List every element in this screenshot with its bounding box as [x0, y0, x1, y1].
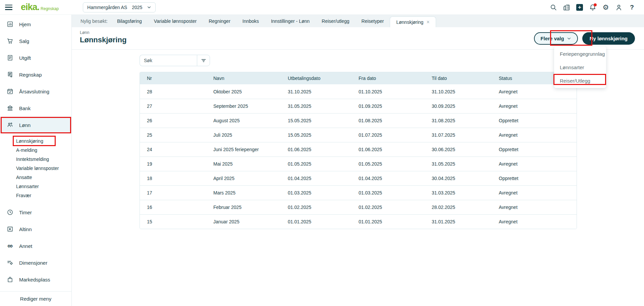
- table-row[interactable]: 25 Juli 2025 15.05.2025 01.07.2025 31.07…: [140, 128, 577, 142]
- dropdown-item-reiser-utlegg[interactable]: Reiser/Utlegg: [554, 74, 606, 87]
- search-input[interactable]: [144, 58, 194, 63]
- search-box: [140, 55, 197, 66]
- cell-til-dato: 30.04.2025: [425, 176, 492, 181]
- page-title: Lønnskjøring: [80, 36, 126, 44]
- column-header-nr[interactable]: Nr: [140, 76, 206, 81]
- submenu-item-ansatte[interactable]: Ansatte: [0, 173, 71, 182]
- sidebar-item-annet[interactable]: ∞ Annet: [0, 237, 71, 254]
- cell-fra-dato: 01.08.2025: [352, 118, 425, 123]
- sidebar-item-markedsplass[interactable]: Markedsplass: [0, 271, 71, 288]
- sidebar-item-bank[interactable]: Bank: [0, 100, 71, 117]
- sidebar-item-timer[interactable]: Timer: [0, 204, 71, 221]
- column-header-til-dato[interactable]: Til dato: [425, 76, 492, 81]
- cell-utbetalingsdato: 31.05.2025: [281, 103, 352, 109]
- sidebar-item-regnskap[interactable]: Regnskap: [0, 66, 71, 83]
- sidebar-item-dimensjoner[interactable]: Dimensjoner: [0, 254, 71, 271]
- sidebar-item-label: Annet: [19, 243, 32, 249]
- tab-variable-lonnsposter[interactable]: Variable lønnsposter: [148, 15, 203, 27]
- lonn-submenu: Lønnskjøring A-melding Inntektsmelding V…: [0, 136, 71, 200]
- search-icon[interactable]: [550, 4, 557, 11]
- table-row[interactable]: 27 September 2025 31.05.2025 01.09.2025 …: [140, 99, 577, 113]
- recently-visited-label: Nylig besøkt:: [80, 15, 108, 27]
- cell-nr: 25: [140, 132, 206, 138]
- sliders-gear-icon: [7, 259, 13, 266]
- new-payroll-button[interactable]: Ny lønnskjøring: [582, 32, 635, 45]
- cell-fra-dato: 01.06.2025: [352, 147, 425, 152]
- table-row[interactable]: 15 Januar 2025 01.01.2025 01.01.2025 31.…: [140, 214, 577, 229]
- cell-fra-dato: 01.10.2025: [352, 89, 425, 94]
- sidebar-item-salg[interactable]: Salg: [0, 33, 71, 49]
- submenu-item-variable-lonnsposter[interactable]: Variable lønnsposter: [0, 164, 71, 173]
- account-icon[interactable]: [615, 4, 623, 11]
- dropdown-item-feriepengegrunnlag[interactable]: Feriepengegrunnlag: [554, 47, 606, 60]
- document-lines-icon: [7, 54, 13, 61]
- cell-navn: August 2025: [206, 118, 281, 123]
- sidebar-item-utgift[interactable]: Utgift: [0, 49, 71, 66]
- submenu-item-a-melding[interactable]: A-melding: [0, 145, 71, 155]
- cell-status: Opprettet: [492, 118, 577, 123]
- cell-til-dato: 28.02.2025: [425, 205, 492, 210]
- column-header-fra-dato[interactable]: Fra dato: [352, 76, 425, 81]
- cell-status: Avregnet: [492, 89, 577, 94]
- close-tab-icon[interactable]: ×: [426, 19, 429, 25]
- sidebar: Hjem Salg Utgift Regnskap Årsavslutning …: [0, 15, 72, 306]
- cell-til-dato: 31.10.2025: [425, 89, 492, 94]
- payroll-table: Nr Navn Utbetalingsdato Fra dato Til dat…: [140, 72, 577, 229]
- tab-regninger[interactable]: Regninger: [203, 15, 236, 27]
- cell-til-dato: 31.07.2025: [425, 132, 492, 138]
- submenu-item-lonnskjoring[interactable]: Lønnskjøring: [0, 136, 71, 145]
- edit-menu-link[interactable]: Rediger meny: [0, 291, 71, 306]
- buildings-icon[interactable]: [563, 4, 570, 11]
- cell-navn: Oktober 2025: [206, 89, 281, 94]
- cell-til-dato: 31.03.2025: [425, 190, 492, 195]
- cell-status: Avregnet: [492, 219, 577, 224]
- more-options-button[interactable]: Flere valg: [534, 32, 578, 45]
- table-row[interactable]: 17 Mars 2025 01.03.2025 01.03.2025 31.03…: [140, 185, 577, 200]
- cell-fra-dato: 01.09.2025: [352, 103, 425, 109]
- hamburger-menu-icon[interactable]: [5, 5, 12, 10]
- cell-status: Avregnet: [492, 132, 577, 138]
- cell-fra-dato: 01.07.2025: [352, 132, 425, 138]
- submenu-item-inntektsmelding[interactable]: Inntektsmelding: [0, 155, 71, 164]
- column-header-navn[interactable]: Navn: [206, 76, 281, 81]
- help-icon[interactable]: ?: [628, 4, 636, 11]
- logo-suffix: Regnskap: [41, 6, 59, 11]
- tab-reiser-utlegg[interactable]: Reiser/utlegg: [316, 15, 356, 27]
- tab-innstillinger-lonn[interactable]: Innstillinger - Lønn: [265, 15, 316, 27]
- cell-status: Opprettet: [492, 176, 577, 181]
- company-selector[interactable]: Hammergården AS 2025: [83, 2, 156, 12]
- cell-nr: 24: [140, 147, 206, 152]
- settings-gear-icon[interactable]: ⚙: [602, 4, 609, 11]
- cell-nr: 26: [140, 118, 206, 123]
- sidebar-item-lonn[interactable]: Lønn: [0, 117, 71, 133]
- sidebar-item-label: Altinn: [19, 226, 32, 232]
- notifications-icon[interactable]: [589, 4, 596, 11]
- table-row[interactable]: 26 August 2025 15.05.2025 01.08.2025 31.…: [140, 113, 577, 128]
- cell-utbetalingsdato: 01.05.2025: [281, 161, 352, 167]
- sidebar-item-hjem[interactable]: Hjem: [0, 16, 71, 33]
- table-row[interactable]: 28 Oktober 2025 31.10.2025 01.10.2025 31…: [140, 84, 577, 99]
- sidebar-item-altinn[interactable]: Altinn: [0, 221, 71, 237]
- table-row[interactable]: 19 Mai 2025 01.05.2025 01.05.2025 31.05.…: [140, 157, 577, 171]
- filter-button[interactable]: [197, 55, 210, 66]
- cell-til-dato: 30.06.2025: [425, 147, 492, 152]
- cell-nr: 27: [140, 103, 206, 109]
- submenu-item-fravaer[interactable]: Fravær: [0, 191, 71, 200]
- table-row[interactable]: 24 Juni 2025 feriepenger 01.06.2025 01.0…: [140, 142, 577, 157]
- sidebar-item-arsavslutning[interactable]: Årsavslutning: [0, 83, 71, 100]
- tab-lonnskjoring-active[interactable]: Lønnskjøring ×: [390, 16, 436, 27]
- table-row[interactable]: 18 April 2025 01.04.2025 01.04.2025 30.0…: [140, 171, 577, 185]
- column-header-utbetalingsdato[interactable]: Utbetalingsdato: [281, 76, 352, 81]
- cell-fra-dato: 01.03.2025: [352, 190, 425, 195]
- add-icon[interactable]: +: [576, 4, 583, 11]
- dropdown-item-lonnsarter[interactable]: Lønnsarter: [554, 60, 606, 74]
- submenu-item-lonnsarter[interactable]: Lønnsarter: [0, 182, 71, 191]
- table-row[interactable]: 16 Februar 2025 01.02.2025 01.02.2025 28…: [140, 200, 577, 214]
- cell-til-dato: 31.01.2025: [425, 219, 492, 224]
- more-options-dropdown: Feriepengegrunnlag Lønnsarter Reiser/Utl…: [554, 46, 606, 88]
- tab-bilagsforing[interactable]: Bilagsføring: [111, 15, 148, 27]
- breadcrumb: Lønn: [80, 30, 90, 35]
- cell-til-dato: 31.05.2025: [425, 161, 492, 167]
- tab-reisetyper[interactable]: Reisetyper: [356, 15, 390, 27]
- tab-innboks[interactable]: Innboks: [236, 15, 265, 27]
